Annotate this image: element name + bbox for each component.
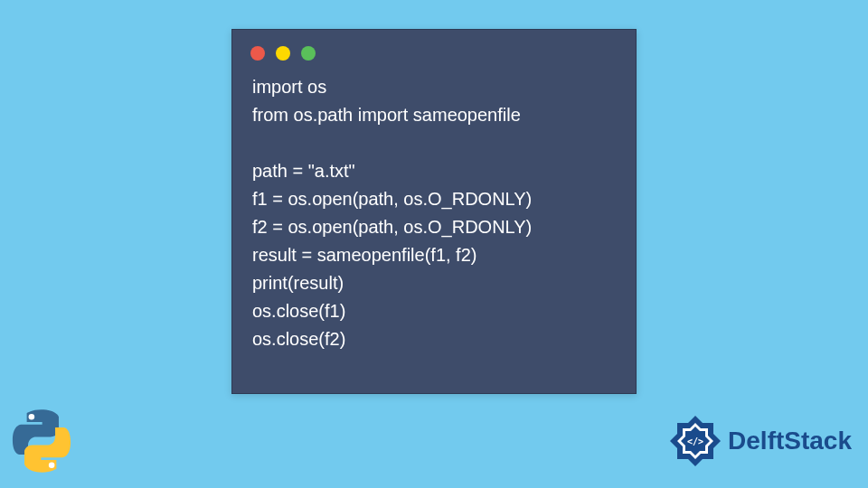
- window-minimize-dot: [276, 46, 290, 61]
- svg-text:</>: </>: [687, 436, 703, 446]
- code-window: import os from os.path import sameopenfi…: [231, 29, 637, 394]
- window-maximize-dot: [301, 46, 316, 61]
- delftstack-mark-icon: </>: [668, 414, 722, 468]
- delftstack-logo: </> DelftStack: [668, 414, 852, 468]
- code-body: import os from os.path import sameopenfi…: [232, 70, 636, 370]
- svg-point-0: [29, 414, 35, 420]
- window-controls: [232, 30, 636, 70]
- python-logo-icon: [9, 408, 74, 474]
- delftstack-brand-text: DelftStack: [728, 427, 852, 455]
- svg-point-1: [49, 463, 55, 469]
- window-close-dot: [250, 46, 265, 61]
